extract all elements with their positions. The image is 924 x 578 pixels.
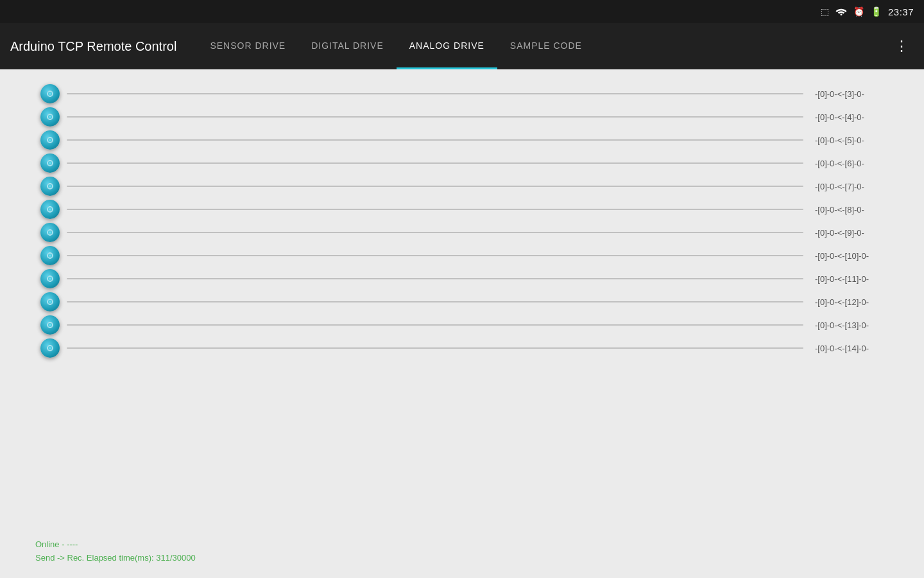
wifi-icon: [835, 6, 847, 17]
slider-row: -[0]-0-<-[5]-0-: [0, 128, 924, 152]
knob-4[interactable]: [38, 105, 62, 128]
slider-label-4: -[0]-0-<-[4]-0-: [815, 112, 892, 122]
slider-label-9: -[0]-0-<-[9]-0-: [815, 228, 892, 238]
slider-row: -[0]-0-<-[11]-0-: [0, 267, 924, 290]
tab-sample-code[interactable]: SAMPLE CODE: [497, 23, 595, 69]
app-title: Arduino TCP Remote Control: [10, 39, 176, 54]
slider-track-3[interactable]: [67, 92, 803, 95]
knob-5[interactable]: [38, 128, 62, 152]
slider-label-14: -[0]-0-<-[14]-0-: [815, 344, 892, 353]
slider-row: -[0]-0-<-[8]-0-: [0, 198, 924, 221]
status-line-1: Online - ----: [35, 538, 196, 552]
slider-row: -[0]-0-<-[6]-0-: [0, 152, 924, 175]
slider-row: -[0]-0-<-[10]-0-: [0, 244, 924, 267]
slider-track-12[interactable]: [67, 301, 803, 303]
slider-row: -[0]-0-<-[3]-0-: [0, 82, 924, 105]
slider-row: -[0]-0-<-[12]-0-: [0, 290, 924, 313]
slider-track-11[interactable]: [67, 277, 803, 280]
knob-12[interactable]: [38, 290, 62, 313]
slider-track-13[interactable]: [67, 324, 803, 326]
knob-11[interactable]: [38, 267, 62, 290]
sliders-container: -[0]-0-<-[3]-0- -[0]-0-<-[4]-0-: [0, 82, 924, 360]
slider-track-7[interactable]: [67, 185, 803, 188]
tab-analog-drive[interactable]: ANALOG DRIVE: [397, 23, 497, 69]
slider-label-7: -[0]-0-<-[7]-0-: [815, 182, 892, 191]
slider-row: -[0]-0-<-[9]-0-: [0, 221, 924, 244]
slider-label-6: -[0]-0-<-[6]-0-: [815, 159, 892, 168]
alarm-icon: ⏰: [853, 6, 864, 17]
battery-icon: 🔋: [871, 6, 882, 17]
slider-track-10[interactable]: [67, 254, 803, 257]
slider-track-9[interactable]: [67, 231, 803, 234]
knob-3[interactable]: [38, 82, 62, 105]
slider-track-8[interactable]: [67, 208, 803, 211]
knob-9[interactable]: [38, 221, 62, 244]
more-menu-button[interactable]: ⋮: [889, 33, 914, 60]
status-line-2: Send -> Rec. Elapsed time(ms): 311/30000: [35, 552, 196, 565]
bottom-status: Online - ---- Send -> Rec. Elapsed time(…: [35, 538, 196, 565]
slider-track-5[interactable]: [67, 139, 803, 141]
knob-14[interactable]: [38, 337, 62, 360]
status-bar: ⬚ ⏰ 🔋 23:37: [0, 0, 924, 23]
slider-row: -[0]-0-<-[14]-0-: [0, 337, 924, 360]
slider-label-11: -[0]-0-<-[11]-0-: [815, 274, 892, 284]
app-bar: Arduino TCP Remote Control SENSOR DRIVED…: [0, 23, 924, 69]
slider-label-5: -[0]-0-<-[5]-0-: [815, 136, 892, 145]
tab-sensor-drive[interactable]: SENSOR DRIVE: [197, 23, 298, 69]
knob-6[interactable]: [38, 152, 62, 175]
knob-10[interactable]: [38, 244, 62, 267]
clock: 23:37: [888, 6, 914, 17]
knob-13[interactable]: [38, 313, 62, 337]
slider-label-13: -[0]-0-<-[13]-0-: [815, 320, 892, 330]
slider-row: -[0]-0-<-[4]-0-: [0, 105, 924, 128]
slider-track-4[interactable]: [67, 116, 803, 118]
slider-track-6[interactable]: [67, 162, 803, 164]
slider-row: -[0]-0-<-[7]-0-: [0, 175, 924, 198]
knob-8[interactable]: [38, 198, 62, 221]
knob-7[interactable]: [38, 175, 62, 198]
slider-label-3: -[0]-0-<-[3]-0-: [815, 89, 892, 99]
slider-row: -[0]-0-<-[13]-0-: [0, 313, 924, 337]
main-content: -[0]-0-<-[3]-0- -[0]-0-<-[4]-0-: [0, 69, 924, 578]
slider-label-12: -[0]-0-<-[12]-0-: [815, 297, 892, 307]
slider-label-10: -[0]-0-<-[10]-0-: [815, 251, 892, 261]
screenshot-icon: ⬚: [821, 6, 829, 17]
tabs: SENSOR DRIVEDIGITAL DRIVEANALOG DRIVESAM…: [197, 23, 889, 69]
slider-track-14[interactable]: [67, 347, 803, 349]
tab-digital-drive[interactable]: DIGITAL DRIVE: [298, 23, 397, 69]
slider-label-8: -[0]-0-<-[8]-0-: [815, 205, 892, 215]
